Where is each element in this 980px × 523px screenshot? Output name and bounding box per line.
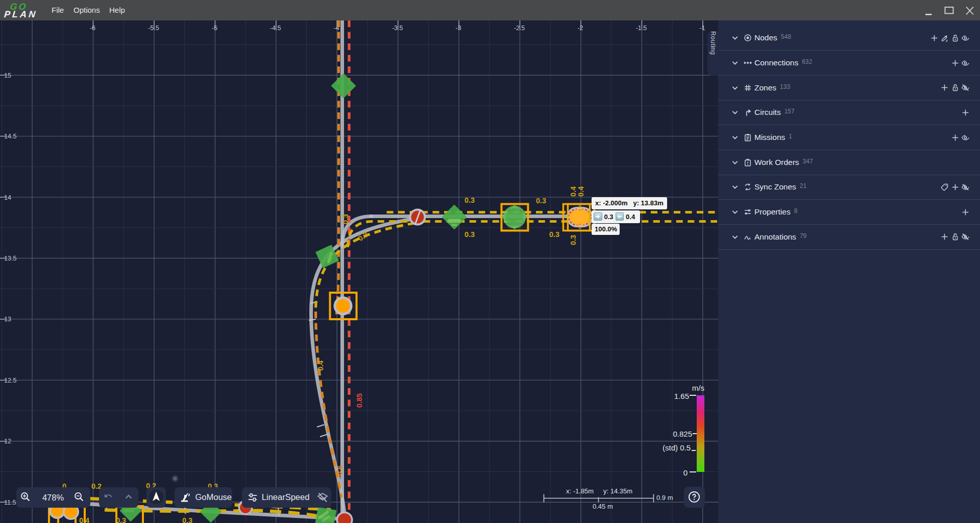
svg-text:0.4: 0.4 [316,361,325,371]
svg-text:14: 14 [4,194,11,201]
svg-text:-5.5: -5.5 [148,25,159,32]
svg-text:0.3: 0.3 [569,235,577,245]
svg-text:-5: -5 [212,25,217,32]
svg-text:0.4: 0.4 [577,186,585,197]
svg-text:0.85: 0.85 [355,393,363,408]
svg-text:0.3: 0.3 [464,230,475,239]
svg-text:-3: -3 [456,25,461,32]
svg-text:14.5: 14.5 [4,133,16,140]
svg-text:0.3: 0.3 [536,197,546,205]
svg-text:-1: -1 [699,25,705,32]
svg-text:-2.5: -2.5 [514,25,525,32]
svg-text:0.3: 0.3 [549,230,559,239]
svg-text:-4.5: -4.5 [270,25,281,32]
svg-text:12.5: 12.5 [4,377,16,384]
svg-text:0.4: 0.4 [79,516,89,523]
svg-text:0.4: 0.4 [569,186,577,197]
svg-text:0.3: 0.3 [464,196,475,204]
svg-text:-2: -2 [577,25,583,32]
svg-text:-1.5: -1.5 [636,25,647,32]
svg-text:478%: 478% [42,492,64,502]
svg-text:12: 12 [4,438,11,445]
svg-text:-3.5: -3.5 [392,25,403,32]
svg-text:-6: -6 [90,25,95,32]
svg-text:0.3: 0.3 [341,214,350,224]
svg-text:11.5: 11.5 [4,499,16,506]
svg-text:13: 13 [4,316,11,323]
svg-text:15: 15 [4,72,11,79]
svg-text:13.5: 13.5 [4,255,16,262]
svg-text:0.3: 0.3 [182,516,192,523]
svg-text:0.6: 0.6 [336,465,344,476]
svg-text:0.3: 0.3 [116,516,126,523]
